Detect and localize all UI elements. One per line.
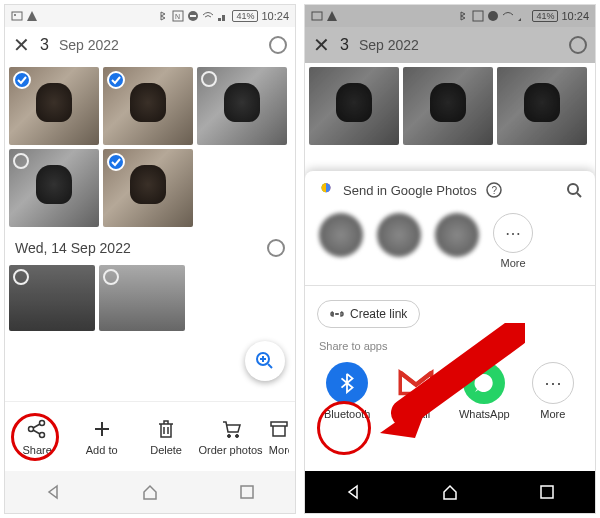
image-icon <box>11 10 23 22</box>
svg-rect-14 <box>312 12 322 20</box>
status-bar: N 41% 10:24 <box>5 5 295 27</box>
nav-bar <box>5 471 295 513</box>
share-button[interactable]: Share <box>5 402 69 471</box>
photo-thumb[interactable] <box>103 149 193 227</box>
svg-rect-15 <box>473 11 483 21</box>
app-gmail[interactable]: Gmail <box>384 362 449 420</box>
image-icon <box>311 10 323 22</box>
share-icon <box>26 418 48 440</box>
share-to-apps-label: Share to apps <box>305 336 595 356</box>
signal-icon <box>217 10 229 22</box>
close-icon[interactable]: ✕ <box>313 33 330 57</box>
more-contacts-button[interactable]: ⋯ <box>493 213 533 253</box>
wifi-icon <box>502 10 514 22</box>
photo-thumb[interactable] <box>497 67 587 145</box>
select-all-circle[interactable] <box>269 36 287 54</box>
contacts-row: ⋯ More <box>305 209 595 279</box>
selection-header: ✕ 3 Sep 2022 <box>305 27 595 63</box>
plus-icon <box>91 418 113 440</box>
svg-point-9 <box>40 432 45 437</box>
svg-point-7 <box>29 426 34 431</box>
share-sheet: Send in Google Photos ? ⋯ More Create li… <box>305 171 595 471</box>
svg-point-8 <box>40 420 45 425</box>
whatsapp-app-icon <box>463 362 505 404</box>
recent-icon[interactable] <box>238 483 256 501</box>
photo-thumb[interactable] <box>99 265 185 331</box>
trash-icon <box>155 418 177 440</box>
photo-grid <box>5 63 295 231</box>
search-icon[interactable] <box>565 181 583 199</box>
header-date: Sep 2022 <box>359 37 419 53</box>
nav-bar <box>305 471 595 513</box>
check-icon <box>107 71 125 89</box>
home-icon[interactable] <box>141 483 159 501</box>
svg-rect-5 <box>190 15 196 17</box>
sheet-header: Send in Google Photos ? <box>305 171 595 209</box>
svg-point-16 <box>488 11 498 21</box>
selection-count: 3 <box>340 36 349 54</box>
magnify-plus-icon <box>255 351 275 371</box>
photo-thumb[interactable] <box>9 265 95 331</box>
delete-button[interactable]: Delete <box>134 402 198 471</box>
app-more[interactable]: ⋯ More <box>521 362 586 420</box>
dnd-icon <box>187 10 199 22</box>
header-date: Sep 2022 <box>59 37 119 53</box>
create-link-button[interactable]: Create link <box>317 300 420 328</box>
order-photos-button[interactable]: Order photos <box>198 402 262 471</box>
svg-text:N: N <box>175 13 180 20</box>
bluetooth-icon <box>157 10 169 22</box>
svg-rect-20 <box>541 486 553 498</box>
select-day-circle[interactable] <box>267 239 285 257</box>
svg-point-1 <box>14 14 16 16</box>
svg-point-19 <box>568 184 578 194</box>
unchecked-circle <box>201 71 217 87</box>
selection-header: ✕ 3 Sep 2022 <box>5 27 295 63</box>
photo-thumb[interactable] <box>9 67 99 145</box>
app-whatsapp[interactable]: WhatsApp <box>452 362 517 420</box>
nfc-icon: N <box>172 10 184 22</box>
svg-text:?: ? <box>491 185 497 196</box>
contact-avatar[interactable] <box>435 213 479 257</box>
gmail-app-icon <box>395 362 437 404</box>
status-bar: 41% 10:24 <box>305 5 595 27</box>
warning-icon <box>26 10 38 22</box>
signal-icon <box>517 10 529 22</box>
home-icon[interactable] <box>441 483 459 501</box>
bluetooth-app-icon <box>326 362 368 404</box>
add-to-button[interactable]: Add to <box>69 402 133 471</box>
back-icon[interactable] <box>344 483 362 501</box>
svg-point-11 <box>235 434 238 437</box>
selection-count: 3 <box>40 36 49 54</box>
photo-thumb[interactable] <box>9 149 99 227</box>
check-icon <box>107 153 125 171</box>
photo-thumb[interactable] <box>403 67 493 145</box>
photo-row <box>5 265 295 331</box>
battery-badge: 41% <box>532 10 558 22</box>
warning-icon <box>326 10 338 22</box>
archive-icon <box>268 418 290 440</box>
app-bluetooth[interactable]: Bluetooth <box>315 362 380 420</box>
back-icon[interactable] <box>44 483 62 501</box>
close-icon[interactable]: ✕ <box>13 33 30 57</box>
photo-thumb[interactable] <box>197 67 287 145</box>
clock: 10:24 <box>561 10 589 22</box>
photo-thumb[interactable] <box>103 67 193 145</box>
svg-rect-13 <box>241 486 253 498</box>
action-bar: Share Add to Delete Order photos More <box>5 401 295 471</box>
zoom-fab[interactable] <box>245 341 285 381</box>
cart-icon <box>220 418 242 440</box>
unchecked-circle <box>13 269 29 285</box>
google-photos-icon <box>317 181 335 199</box>
help-icon[interactable]: ? <box>485 181 503 199</box>
check-icon <box>13 71 31 89</box>
photo-thumb[interactable] <box>309 67 399 145</box>
link-icon <box>330 307 344 321</box>
contact-avatar[interactable] <box>377 213 421 257</box>
battery-badge: 41% <box>232 10 258 22</box>
svg-rect-12 <box>271 422 287 426</box>
more-button[interactable]: More <box>263 402 295 471</box>
contact-avatar[interactable] <box>319 213 363 257</box>
recent-icon[interactable] <box>538 483 556 501</box>
select-all-circle[interactable] <box>569 36 587 54</box>
more-apps-icon: ⋯ <box>532 362 574 404</box>
